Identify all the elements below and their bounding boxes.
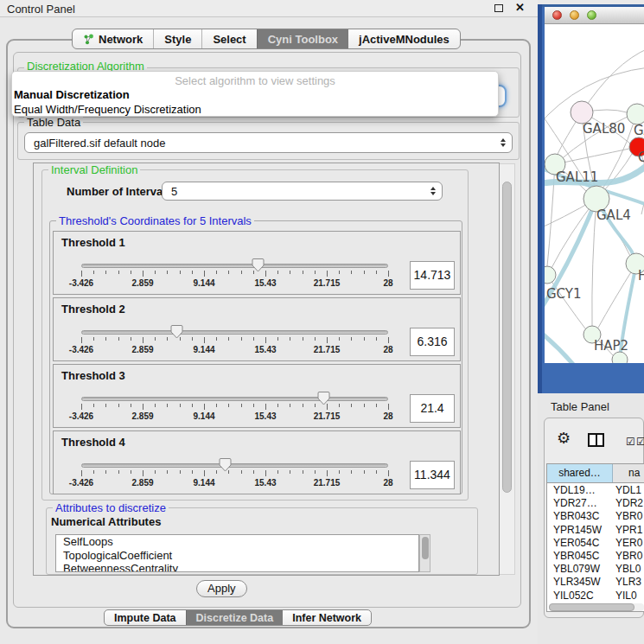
zoom-traffic-light-icon[interactable] bbox=[587, 10, 596, 20]
popup-hint: Select algorithm to view settings bbox=[12, 72, 498, 87]
tick-mark bbox=[216, 404, 217, 407]
tick-mark bbox=[339, 337, 340, 341]
slider-track[interactable] bbox=[81, 463, 388, 468]
tab-jactivemnodules[interactable]: jActiveMNodules bbox=[348, 29, 460, 48]
table-data-combobox[interactable]: galFiltered.sif default node bbox=[24, 132, 513, 153]
table-data-label: Table Data bbox=[24, 116, 83, 129]
slider-track[interactable] bbox=[81, 397, 388, 401]
threshold-value-field[interactable]: 11.344 bbox=[410, 461, 455, 489]
scrollbar-thumb[interactable] bbox=[502, 182, 512, 493]
checkbox-checked-icon[interactable]: ☑ bbox=[636, 437, 644, 447]
tab-impute-data[interactable]: Impute Data bbox=[105, 610, 186, 625]
tick-mark bbox=[204, 271, 205, 277]
table-row[interactable]: YIL052CYIL0 bbox=[547, 590, 644, 603]
tick-mark bbox=[105, 337, 106, 341]
tab-infer-network[interactable]: Infer Network bbox=[283, 610, 371, 625]
column-header-name[interactable]: na bbox=[613, 464, 644, 482]
numerical-attributes-list[interactable]: SelfLoopsTopologicalCoefficientBetweenne… bbox=[55, 534, 419, 572]
table-horizontal-scrollbar[interactable] bbox=[549, 603, 644, 611]
tick-mark bbox=[167, 470, 168, 474]
network-edge-highlighted[interactable] bbox=[545, 328, 590, 363]
tick-mark bbox=[303, 271, 303, 274]
tick-mark bbox=[364, 337, 365, 341]
scrollbar-thumb[interactable] bbox=[549, 603, 634, 611]
table-row[interactable]: YDR27…YDR2 bbox=[547, 497, 644, 510]
slider-track[interactable] bbox=[81, 330, 388, 335]
network-graph[interactable]: GAL80GACGAL11GAL4GCY1HHAP2 bbox=[545, 24, 644, 363]
tick-mark bbox=[216, 271, 217, 274]
node-label: GA bbox=[634, 123, 644, 138]
tick-mark bbox=[93, 470, 94, 474]
threshold-value-field[interactable]: 6.316 bbox=[410, 328, 455, 356]
tick-mark bbox=[277, 271, 278, 274]
slider-thumb[interactable] bbox=[252, 258, 265, 272]
tick-mark bbox=[351, 470, 352, 474]
attributes-list-scrollbar[interactable] bbox=[419, 534, 430, 572]
tick-label: 28 bbox=[383, 411, 392, 421]
network-node[interactable] bbox=[612, 352, 628, 363]
number-of-intervals-combobox[interactable]: 5 bbox=[162, 182, 443, 201]
column-header-shared-name[interactable]: shared… bbox=[547, 464, 613, 482]
attribute-list-item[interactable]: BetweennessCentrality bbox=[56, 562, 418, 572]
table-row[interactable]: YER054CYER0 bbox=[547, 537, 644, 550]
table-row[interactable]: YPR145WYPR1 bbox=[547, 524, 644, 537]
attribute-list-item[interactable]: SelfLoops bbox=[56, 535, 418, 549]
table-row[interactable]: YLR345WYLR3 bbox=[547, 576, 644, 589]
gear-icon[interactable]: ⚙ bbox=[557, 430, 571, 446]
network-canvas[interactable]: GAL80GACGAL11GAL4GCY1HHAP2 bbox=[545, 24, 644, 363]
tick-mark bbox=[351, 271, 352, 274]
node-label: C bbox=[638, 150, 644, 165]
float-window-icon[interactable] bbox=[494, 4, 503, 12]
network-node[interactable] bbox=[545, 266, 556, 284]
table-row[interactable]: YBR045CYBR0 bbox=[547, 550, 644, 563]
close-traffic-light-icon[interactable] bbox=[552, 10, 562, 20]
tick-mark bbox=[143, 404, 143, 410]
columns-icon[interactable] bbox=[588, 433, 604, 447]
table-data-value: galFiltered.sif default node bbox=[34, 137, 165, 150]
network-edge[interactable] bbox=[547, 275, 585, 328]
tab-style[interactable]: Style bbox=[153, 29, 201, 48]
table-row[interactable]: YBR043CYBR0 bbox=[547, 510, 644, 523]
threshold-label: Threshold 3 bbox=[61, 369, 125, 382]
network-edge[interactable] bbox=[582, 48, 644, 112]
tick-mark bbox=[93, 404, 94, 407]
threshold-value-field[interactable]: 21.4 bbox=[410, 394, 455, 423]
threshold-label: Threshold 2 bbox=[61, 303, 125, 316]
slider-track[interactable] bbox=[81, 264, 388, 268]
tab-cyni-toolbox[interactable]: Cyni Toolbox bbox=[257, 29, 348, 48]
attribute-list-item[interactable]: TopologicalCoefficient bbox=[56, 549, 418, 563]
slider-thumb[interactable] bbox=[219, 457, 232, 472]
tab-network[interactable]: Network bbox=[73, 29, 153, 48]
table-row[interactable]: YBL079WYBL0 bbox=[547, 563, 644, 576]
tick-label: 21.715 bbox=[314, 345, 341, 354]
tick-label: 28 bbox=[383, 478, 392, 488]
tick-label: -3.426 bbox=[69, 345, 93, 354]
close-icon[interactable]: ✕ bbox=[515, 1, 525, 14]
scrollbar-thumb[interactable] bbox=[422, 537, 429, 559]
table-row[interactable]: YDL19…YDL1 bbox=[547, 484, 644, 497]
tick-label: 21.715 bbox=[314, 411, 341, 421]
checkbox-checked-icon[interactable]: ☑ bbox=[626, 437, 635, 447]
tick-mark bbox=[228, 271, 229, 274]
tick-mark bbox=[388, 470, 389, 476]
minimize-traffic-light-icon[interactable] bbox=[570, 10, 579, 20]
threshold-value-field[interactable]: 14.713 bbox=[410, 261, 455, 290]
network-node[interactable] bbox=[627, 104, 644, 124]
apply-button[interactable]: Apply bbox=[196, 580, 247, 597]
popup-item-manual-discretization[interactable]: Manual Discretization bbox=[12, 87, 498, 102]
tab-discretize-data[interactable]: Discretize Data bbox=[186, 610, 284, 625]
threshold-panel: Threshold 3-3.4262.8599.14415.4321.71528… bbox=[53, 364, 461, 428]
number-of-intervals-value: 5 bbox=[171, 185, 177, 198]
network-window-titlebar bbox=[545, 7, 644, 24]
settings-vertical-scrollbar[interactable] bbox=[500, 163, 515, 575]
slider-thumb[interactable] bbox=[317, 391, 330, 405]
slider-thumb[interactable] bbox=[170, 324, 183, 339]
combo-arrows-icon bbox=[430, 187, 436, 195]
tick-label: 28 bbox=[383, 345, 392, 354]
tab-select[interactable]: Select bbox=[201, 29, 256, 48]
tick-mark bbox=[265, 271, 266, 277]
node-label: GAL4 bbox=[596, 207, 631, 223]
tick-mark bbox=[81, 404, 82, 410]
popup-item-equal-width-frequency[interactable]: Equal Width/Frequency Discretization bbox=[12, 102, 498, 117]
tick-mark bbox=[93, 271, 94, 274]
